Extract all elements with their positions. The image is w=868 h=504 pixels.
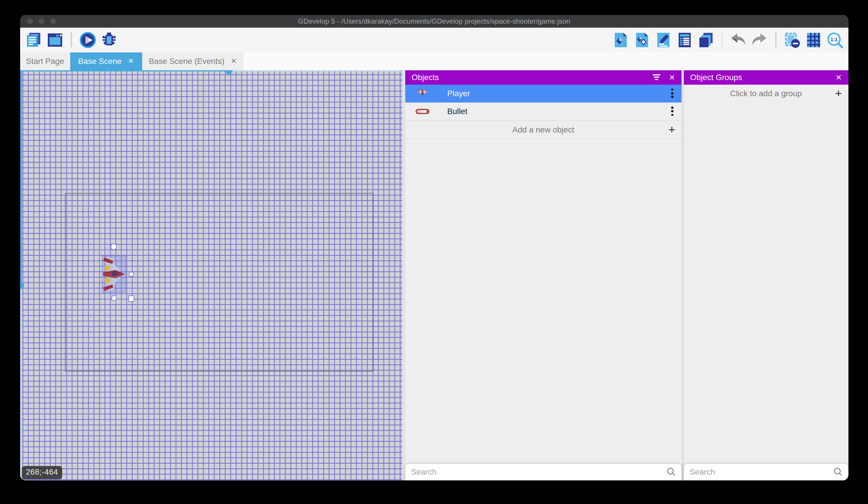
object-groups-editor-icon[interactable] (633, 31, 650, 48)
scene-editor-window-icon[interactable] (46, 31, 63, 48)
scene-canvas[interactable]: 268;-464 (20, 70, 402, 480)
plus-icon: + (669, 123, 675, 135)
resize-handle-right[interactable] (128, 272, 134, 276)
objects-search-bar (405, 463, 682, 480)
tab-start-page[interactable]: Start Page (20, 52, 70, 70)
rotate-handle[interactable] (110, 244, 116, 250)
minimize-window-button[interactable] (39, 18, 44, 24)
resize-handle-corner[interactable] (128, 295, 134, 302)
toolbar-divider (722, 32, 722, 47)
objects-panel-empty-space (405, 139, 682, 463)
groups-panel-title: Object Groups (690, 73, 742, 82)
object-row-bullet[interactable]: Bullet (405, 102, 682, 121)
panels-divider (682, 70, 684, 480)
instances-list-icon[interactable] (676, 31, 693, 48)
preview-play-icon[interactable] (79, 31, 96, 48)
debugger-bug-icon[interactable] (101, 31, 117, 48)
vertical-scroll-fill (20, 70, 22, 281)
groups-panel-empty-space (684, 102, 848, 463)
svg-text:1:1: 1:1 (830, 37, 837, 42)
redo-icon[interactable] (751, 31, 768, 48)
close-window-button[interactable] (27, 18, 33, 24)
player-instance-sprite[interactable] (102, 256, 126, 293)
tab-close-icon[interactable]: ✕ (231, 58, 237, 64)
close-icon[interactable]: ✕ (836, 73, 842, 81)
objects-panel-header: Objects ✕ (405, 70, 682, 84)
add-new-object-button[interactable]: Add a new object + (405, 121, 682, 139)
cursor-coordinates-badge: 268;-464 (22, 466, 62, 479)
object-name: Bullet (447, 107, 467, 116)
tab-base-scene[interactable]: Base Scene ✕ (70, 52, 142, 70)
main-area: 268;-464 Objects ✕ (20, 70, 848, 480)
resize-handle-bottom[interactable] (111, 295, 116, 300)
undo-icon[interactable] (730, 31, 746, 48)
toolbar: 1:1 (20, 27, 848, 52)
groups-panel-header: Object Groups ✕ (684, 70, 848, 84)
objects-panel-title: Objects (412, 73, 439, 82)
toggle-grid-icon[interactable] (805, 31, 822, 48)
plus-icon: + (835, 88, 842, 99)
screen: GDevelop 5 - /Users/dkarakay/Documents/G… (0, 0, 868, 504)
object-menu-kebab-icon[interactable] (671, 89, 673, 98)
project-manager-icon[interactable] (25, 31, 42, 48)
close-icon[interactable]: ✕ (669, 73, 675, 81)
toolbar-divider (775, 32, 776, 47)
properties-icon[interactable] (655, 31, 671, 48)
toolbar-divider (71, 32, 72, 47)
toolbar-right-group: 1:1 (612, 31, 843, 48)
tab-bar: Start Page Base Scene ✕ Base Scene (Even… (20, 52, 848, 70)
groups-search-bar (684, 463, 848, 480)
objects-panel: Objects ✕ (405, 70, 682, 480)
add-group-button[interactable]: Click to add a group + (684, 84, 848, 102)
horizontal-scroll-fill (20, 70, 225, 71)
player-thumbnail (416, 88, 430, 99)
tab-label: Start Page (26, 57, 64, 65)
horizontal-scroll-thumb[interactable] (225, 70, 232, 74)
bullet-thumbnail (416, 109, 430, 114)
tab-label: Base Scene (Events) (149, 57, 225, 65)
toolbar-left-group (25, 31, 117, 48)
object-name: Player (447, 89, 470, 98)
window-title: GDevelop 5 - /Users/dkarakay/Documents/G… (298, 17, 570, 26)
search-icon[interactable] (833, 467, 843, 476)
layers-icon[interactable] (698, 31, 714, 48)
tab-label: Base Scene (78, 57, 122, 65)
add-new-object-label: Add a new object (513, 125, 575, 134)
traffic-lights (27, 18, 56, 24)
object-row-player[interactable]: Player (405, 84, 682, 102)
groups-search-input[interactable] (690, 467, 833, 476)
tab-base-scene-events[interactable]: Base Scene (Events) ✕ (142, 52, 244, 70)
titlebar: GDevelop 5 - /Users/dkarakay/Documents/G… (20, 15, 848, 27)
zoom-1-1-icon[interactable]: 1:1 (826, 31, 843, 48)
zoom-window-button[interactable] (50, 18, 56, 24)
object-menu-kebab-icon[interactable] (671, 107, 673, 116)
objects-header-actions: ✕ (653, 73, 675, 81)
objects-editor-icon[interactable] (612, 31, 629, 48)
object-groups-panel: Object Groups ✕ Click to add a group + (684, 70, 848, 480)
vertical-scroll-thumb[interactable] (20, 281, 24, 289)
objects-search-input[interactable] (411, 467, 666, 476)
gdevelop-window: GDevelop 5 - /Users/dkarakay/Documents/G… (20, 15, 848, 480)
tab-close-icon[interactable]: ✕ (128, 58, 134, 64)
tab-bar-empty-space (244, 52, 848, 70)
canvas-panel-divider (402, 70, 405, 480)
toggle-instances-mask-icon[interactable] (784, 31, 800, 48)
search-icon[interactable] (666, 467, 676, 476)
add-group-label: Click to add a group (730, 89, 802, 98)
filter-icon[interactable] (653, 74, 660, 80)
